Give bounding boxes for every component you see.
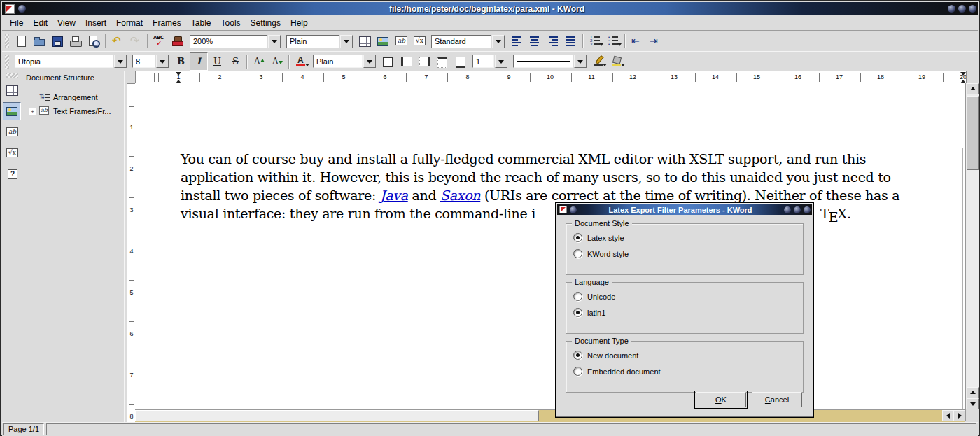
radio-row-latin1[interactable]: latin1 (566, 304, 803, 321)
radio-button[interactable] (573, 233, 582, 242)
hyperlink-saxon[interactable]: Saxon (440, 188, 480, 203)
menu-insert[interactable]: Insert (80, 17, 111, 29)
vertical-scroll-thumb[interactable] (967, 96, 979, 170)
tree-item-text-frames-fr[interactable]: +Text Frames/Fr... (22, 104, 124, 118)
save-button[interactable] (48, 32, 66, 50)
ok-button[interactable]: OK (696, 392, 746, 407)
maximize-button[interactable] (958, 5, 966, 13)
menu-edit[interactable]: Edit (28, 17, 52, 29)
radio-button[interactable] (573, 308, 582, 317)
tool-insert-picture-button[interactable] (3, 102, 21, 120)
scroll-up-button[interactable] (967, 83, 979, 94)
tool-insert-table-button[interactable] (3, 81, 21, 99)
align-center-button[interactable] (526, 32, 544, 50)
tree-expander[interactable]: + (29, 108, 36, 115)
radio-button[interactable] (573, 351, 582, 360)
subscript-button[interactable] (268, 52, 286, 71)
bg-color-button[interactable] (608, 52, 626, 71)
insert-text-frame-button[interactable] (392, 32, 410, 50)
align-left-button[interactable] (507, 32, 526, 50)
menu-help[interactable]: Help (286, 17, 313, 29)
toolbar-handle[interactable] (5, 55, 9, 69)
dialog-close-button[interactable] (804, 206, 811, 213)
align-right-button[interactable] (544, 32, 562, 50)
autocorrect-button[interactable] (169, 32, 187, 50)
spellcheck-button[interactable] (150, 32, 169, 50)
print-button[interactable] (66, 32, 85, 50)
title-bar[interactable]: file:/home/peter/doc/beginlatex/para.xml… (2, 2, 978, 15)
radio-row-kword-style[interactable]: KWord style (566, 246, 803, 262)
menu-view[interactable]: View (52, 17, 80, 29)
document-canvas[interactable]: You can of course buy and install a full… (135, 83, 965, 409)
menu-frames[interactable]: Frames (148, 17, 186, 29)
font-color-button[interactable] (292, 52, 310, 71)
align-block-button[interactable] (562, 32, 580, 50)
char-style-combo[interactable]: Plain (313, 55, 376, 68)
format-style-combo-arrow[interactable] (340, 35, 353, 48)
font-size-value[interactable]: 8 (132, 55, 155, 68)
paragraph-style-combo-arrow[interactable] (492, 35, 505, 48)
dialog-minimize-button[interactable] (784, 206, 791, 213)
border-width-combo[interactable]: 1 (472, 55, 507, 68)
insert-table-button[interactable] (356, 32, 374, 50)
char-style-combo-arrow[interactable] (363, 55, 376, 68)
zoom-value[interactable]: 200% (190, 35, 267, 48)
menu-file[interactable]: File (5, 17, 28, 29)
scroll-up-button-bottom[interactable] (967, 387, 979, 398)
tree-item-arrangement[interactable]: Arrangement (22, 90, 124, 104)
radio-button[interactable] (573, 367, 582, 376)
radio-row-new-document[interactable]: New document (566, 347, 803, 363)
hyperlink-java[interactable]: Java (380, 188, 408, 203)
border-color-button[interactable] (589, 52, 608, 71)
zoom-combo-arrow[interactable] (268, 35, 281, 48)
increase-indent-button[interactable]: ⇥ (646, 32, 664, 50)
format-style-combo[interactable]: Plain (286, 35, 353, 48)
menu-table[interactable]: Table (186, 17, 216, 29)
radio-row-embedded-document[interactable]: Embedded document (566, 363, 803, 379)
dialog-menu-icon[interactable] (570, 206, 577, 213)
radio-row-latex-style[interactable]: Latex style (566, 230, 803, 246)
menu-format[interactable]: Format (111, 17, 148, 29)
border-width-combo-arrow[interactable] (495, 55, 507, 68)
border-top-button[interactable] (433, 52, 451, 71)
underline-button[interactable] (208, 52, 226, 71)
strike-button[interactable] (226, 52, 244, 71)
open-folder-button[interactable] (30, 32, 48, 50)
border-outline-button[interactable] (379, 52, 397, 71)
superscript-button[interactable] (250, 52, 268, 71)
horizontal-scrollbar[interactable] (135, 409, 965, 422)
radio-button[interactable] (573, 292, 582, 301)
border-bottom-button[interactable] (451, 52, 470, 71)
cancel-button[interactable]: Cancel (752, 392, 802, 407)
tool-insert-text-frame-button[interactable] (3, 123, 21, 141)
zoom-combo[interactable]: 200% (190, 35, 281, 48)
new-document-button[interactable] (12, 32, 30, 50)
menu-tools[interactable]: Tools (216, 17, 246, 29)
tool-insert-formula-button[interactable] (3, 144, 21, 162)
border-style-combo[interactable] (513, 55, 587, 68)
minimize-button[interactable] (948, 5, 955, 13)
paragraph-style-combo[interactable]: Standard (431, 35, 505, 48)
radio-row-unicode[interactable]: Unicode (566, 288, 803, 304)
border-style-combo-arrow[interactable] (574, 55, 587, 68)
dialog-maximize-button[interactable] (794, 206, 801, 213)
vertical-scrollbar[interactable] (965, 83, 979, 409)
font-family-combo[interactable]: Utopia (15, 55, 127, 68)
horizontal-scroll-thumb[interactable] (135, 410, 539, 421)
close-button[interactable] (969, 5, 976, 13)
font-family-value[interactable]: Utopia (15, 55, 113, 68)
window-menu-icon[interactable] (18, 5, 26, 13)
scroll-right-button[interactable] (953, 410, 965, 421)
numbered-list-button[interactable]: 123 (586, 32, 604, 50)
tool-insert-object-button[interactable] (3, 165, 21, 183)
toolbar-handle[interactable] (6, 73, 18, 78)
decrease-indent-button[interactable]: ⇤ (628, 32, 646, 50)
bold-button[interactable] (172, 52, 190, 71)
horizontal-ruler[interactable]: 1234567891011121314151617181920 (135, 71, 967, 85)
bullet-list-button[interactable]: ••• (604, 32, 622, 50)
dialog-title-bar[interactable]: Latex Export Filter Parameters - KWord (557, 204, 812, 215)
menu-settings[interactable]: Settings (246, 17, 286, 29)
redo-button[interactable] (127, 32, 145, 50)
scroll-down-button[interactable] (967, 398, 979, 409)
scroll-left-button[interactable] (942, 410, 954, 421)
